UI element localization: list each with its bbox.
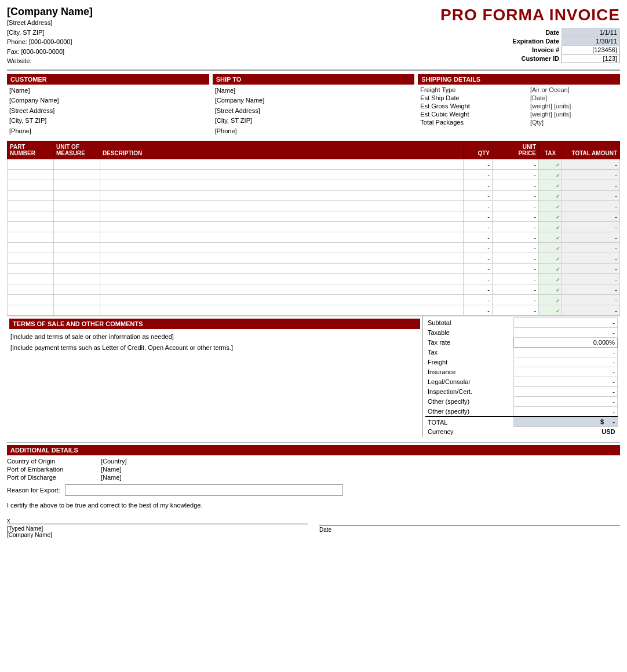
tax-mark: ✓ bbox=[556, 287, 560, 293]
cubic-weight-value: [weight] [units] bbox=[528, 110, 620, 118]
cell-dash: - bbox=[562, 295, 620, 305]
customer-street: [Street Address] bbox=[7, 106, 209, 116]
cell-dash: - bbox=[562, 170, 620, 180]
cell-dash: - bbox=[493, 243, 539, 253]
expiration-value: 1/30/11 bbox=[562, 37, 620, 46]
cell-dash: - bbox=[562, 305, 620, 316]
cell-empty bbox=[54, 305, 100, 316]
cell-dash: - bbox=[464, 180, 493, 191]
port-emb-label: Port of Embarkation bbox=[7, 466, 100, 473]
tax-mark: ✓ bbox=[556, 235, 560, 241]
terms-line1: [Include and terms of sale or other info… bbox=[9, 331, 420, 342]
cell-empty bbox=[8, 232, 54, 243]
tax-rate-value: 0.000% bbox=[514, 338, 618, 348]
cell-empty bbox=[8, 295, 54, 305]
reason-input[interactable] bbox=[65, 484, 343, 496]
date-sig: Date bbox=[319, 527, 620, 533]
bottom-section: TERMS OF SALE AND OTHER COMMENTS [Includ… bbox=[7, 316, 620, 437]
ship-date-label: Est Ship Date bbox=[418, 94, 528, 102]
company-street: [Street Address] bbox=[7, 18, 93, 28]
additional-grid: Country of Origin [Country] Port of Emba… bbox=[7, 458, 620, 481]
tax-mark: ✓ bbox=[556, 246, 560, 251]
cell-dash: - bbox=[464, 159, 493, 170]
table-row: --✓- bbox=[8, 180, 620, 191]
company-city: [City, ST ZIP] bbox=[7, 28, 93, 38]
tax-rate-label: Tax rate bbox=[425, 338, 514, 348]
header-right: PRO FORMA INVOICE Date 1/1/11 Expiration… bbox=[440, 6, 620, 63]
table-row: --✓- bbox=[8, 222, 620, 232]
cell-dash: - bbox=[464, 170, 493, 180]
terms-line2: [Include payment terms such as Letter of… bbox=[9, 342, 420, 353]
company-website: Website: bbox=[7, 56, 93, 66]
totals-table: Subtotal - Taxable - Tax rate 0.000% Tax… bbox=[425, 317, 618, 436]
company-fax: Fax: [000-000-0000] bbox=[7, 47, 93, 57]
shipping-table: Freight Type [Air or Ocean] Est Ship Dat… bbox=[418, 86, 620, 126]
ship-to-box: SHIP TO [Name] [Company Name] [Street Ad… bbox=[213, 74, 415, 137]
cell-dash: - bbox=[493, 295, 539, 305]
cell-empty bbox=[54, 191, 100, 201]
tax-mark: ✓ bbox=[556, 173, 560, 178]
cell-dash: - bbox=[493, 232, 539, 243]
col-unit-measure: UNIT OFMEASURE bbox=[54, 141, 100, 159]
cell-dash: - bbox=[493, 170, 539, 180]
cell-dash: - bbox=[464, 305, 493, 316]
table-row: --✓- bbox=[8, 305, 620, 316]
cell-dash: - bbox=[493, 253, 539, 264]
expiration-label: Expiration Date bbox=[510, 37, 562, 46]
port-emb-value: [Name] bbox=[101, 466, 217, 473]
col-description: DESCRIPTION bbox=[100, 141, 464, 159]
cell-dash: - bbox=[562, 211, 620, 222]
cell-empty bbox=[100, 264, 464, 274]
cell-dash: - bbox=[562, 284, 620, 295]
cell-empty bbox=[100, 170, 464, 180]
other1-label: Other (specify) bbox=[425, 397, 514, 407]
tax-mark: ✓ bbox=[556, 256, 560, 262]
cell-dash: - bbox=[493, 201, 539, 211]
tax-mark: ✓ bbox=[556, 277, 560, 283]
cell-dash: - bbox=[464, 274, 493, 284]
tax-mark: ✓ bbox=[556, 214, 560, 220]
ship-date-value: [Date] bbox=[528, 94, 620, 102]
company-phone: Phone: [000-000-0000] bbox=[7, 37, 93, 47]
customer-company: [Company Name] bbox=[7, 96, 209, 106]
tax-mark: ✓ bbox=[556, 308, 560, 314]
x-label: x bbox=[7, 517, 308, 524]
cell-empty bbox=[54, 295, 100, 305]
cell-empty bbox=[54, 232, 100, 243]
table-row: --✓- bbox=[8, 284, 620, 295]
cell-empty bbox=[54, 222, 100, 232]
table-row: --✓- bbox=[8, 243, 620, 253]
shipping-details-box: SHIPPING DETAILS Freight Type [Air or Oc… bbox=[418, 74, 620, 137]
company-sig: [Company Name] bbox=[7, 532, 308, 538]
ship-to-company: [Company Name] bbox=[213, 96, 415, 106]
signature-section: x [Typed Name] [Company Name] Date bbox=[7, 517, 620, 538]
cell-dash: - bbox=[562, 253, 620, 264]
tax-mark: ✓ bbox=[556, 162, 560, 168]
cell-dash: - bbox=[493, 211, 539, 222]
cell-dash: - bbox=[464, 191, 493, 201]
inspection-label: Inspection/Cert. bbox=[425, 387, 514, 397]
terms-header: TERMS OF SALE AND OTHER COMMENTS bbox=[9, 319, 420, 329]
cubic-weight-label: Est Cubic Weight bbox=[418, 110, 528, 118]
cell-dash: - bbox=[464, 243, 493, 253]
cell-empty bbox=[8, 274, 54, 284]
certify-text: I certify the above to be true and corre… bbox=[7, 502, 620, 509]
total-amount: - bbox=[613, 418, 615, 425]
shipping-details-header: SHIPPING DETAILS bbox=[418, 74, 620, 85]
table-row: --✓- bbox=[8, 170, 620, 180]
cell-dash: - bbox=[464, 264, 493, 274]
cell-empty bbox=[54, 284, 100, 295]
customer-header: CUSTOMER bbox=[7, 74, 209, 85]
total-label: TOTAL bbox=[425, 417, 514, 427]
terms-box: TERMS OF SALE AND OTHER COMMENTS [Includ… bbox=[7, 316, 423, 437]
ship-to-street: [Street Address] bbox=[213, 106, 415, 116]
col-qty: QTY bbox=[464, 141, 493, 159]
sig-left: x [Typed Name] [Company Name] bbox=[7, 517, 308, 538]
dollar-sign: $ bbox=[600, 418, 604, 425]
cell-empty bbox=[54, 201, 100, 211]
taxable-value: - bbox=[514, 328, 618, 338]
freight-label: Freight bbox=[425, 357, 514, 367]
cell-dash: - bbox=[464, 295, 493, 305]
freight-value: - bbox=[514, 357, 618, 367]
cell-empty bbox=[100, 232, 464, 243]
